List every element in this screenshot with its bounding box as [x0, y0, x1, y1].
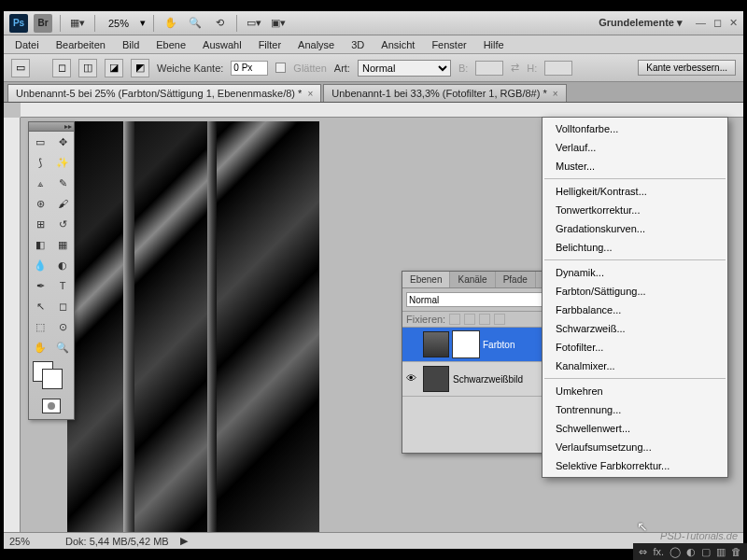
menu-volltonfarbe[interactable]: Volltonfarbe... — [543, 119, 727, 138]
blend-mode-select[interactable] — [406, 292, 546, 307]
screen-mode-icon[interactable]: ▣▾ — [269, 14, 288, 33]
adjustment-icon[interactable]: ◐ — [686, 546, 696, 558]
zoom-dropdown[interactable]: 25% — [103, 16, 134, 31]
menu-kanalmixer[interactable]: Kanalmixer... — [543, 357, 727, 375]
zoom-icon[interactable]: 🔍 — [186, 14, 204, 33]
style-select[interactable]: Normal — [358, 60, 451, 77]
menu-belichtung[interactable]: Belichtung... — [543, 238, 727, 257]
menu-schwellenwert[interactable]: Schwellenwert... — [543, 419, 727, 438]
menu-gradationskurven[interactable]: Gradationskurven... — [543, 219, 727, 238]
menu-tontrennung[interactable]: Tontrennung... — [543, 400, 727, 419]
menu-umkehren[interactable]: Umkehren — [543, 382, 727, 400]
layer-name[interactable]: Farbton — [483, 340, 514, 350]
magic-wand-icon[interactable]: ✨ — [51, 152, 74, 173]
menu-bearbeiten[interactable]: Bearbeiten — [49, 37, 113, 52]
menu-fotofilter[interactable]: Fotofilter... — [543, 338, 727, 357]
stamp-tool-icon[interactable]: ⊞ — [29, 214, 51, 234]
menu-verlaufsumsetzung[interactable]: Verlaufsumsetzung... — [543, 438, 727, 456]
maximize-icon[interactable]: ◻ — [713, 17, 722, 29]
menu-schwarzweiss[interactable]: Schwarzweiß... — [543, 319, 727, 338]
menu-3d[interactable]: 3D — [344, 37, 372, 52]
menu-ebene[interactable]: Ebene — [148, 37, 193, 52]
history-brush-icon[interactable]: ↺ — [51, 214, 74, 234]
tab-doc-2[interactable]: Unbenannt-1 bei 33,3% (Fotofilter 1, RGB… — [323, 84, 566, 102]
shape-tool-icon[interactable]: ◻ — [51, 296, 74, 316]
tab-close-icon[interactable]: × — [553, 89, 558, 99]
menu-dynamik[interactable]: Dynamik... — [543, 263, 727, 282]
marquee-add-icon[interactable]: ◫ — [78, 59, 97, 77]
menu-datei[interactable]: Datei — [7, 37, 47, 52]
lock-all-icon[interactable] — [494, 314, 505, 325]
feather-input[interactable] — [231, 61, 268, 76]
layer-name[interactable]: Schwarzweißbild — [453, 374, 523, 385]
blur-tool-icon[interactable]: 💧 — [29, 255, 51, 275]
menu-selektive-farbkorrektur[interactable]: Selektive Farbkorrektur... — [543, 456, 727, 475]
background-color[interactable] — [42, 369, 63, 389]
layout-icon[interactable]: ▦▾ — [68, 14, 87, 33]
marquee-subtract-icon[interactable]: ◪ — [105, 59, 123, 77]
menu-verlauf[interactable]: Verlauf... — [543, 138, 727, 157]
minimize-icon[interactable]: — — [696, 17, 706, 29]
hand-tool-icon[interactable]: ✋ — [29, 337, 51, 357]
menu-filter[interactable]: Filter — [251, 37, 289, 52]
3d-tool-icon[interactable]: ⬚ — [29, 316, 51, 337]
ruler-horizontal[interactable] — [21, 103, 743, 118]
layer-row[interactable]: 👁 Schwarzweißbild — [402, 362, 550, 397]
ruler-vertical[interactable] — [4, 118, 21, 532]
eraser-tool-icon[interactable]: ◧ — [29, 234, 51, 255]
menu-analyse[interactable]: Analyse — [290, 37, 342, 52]
marquee-new-icon[interactable]: ◻ — [52, 59, 71, 77]
layer-row[interactable]: Farbton — [402, 328, 550, 362]
dodge-tool-icon[interactable]: ◐ — [51, 255, 74, 275]
ps-logo-icon[interactable]: Ps — [9, 14, 28, 33]
tab-pfade[interactable]: Pfade — [496, 272, 536, 287]
link-icon[interactable]: ⇔ — [639, 546, 647, 558]
move-tool-icon[interactable]: ✥ — [51, 132, 74, 152]
type-tool-icon[interactable]: T — [51, 275, 74, 296]
lock-pixels-icon[interactable] — [464, 314, 475, 325]
healing-brush-icon[interactable]: ⊛ — [29, 193, 51, 214]
menu-bild[interactable]: Bild — [115, 37, 147, 52]
menu-fenster[interactable]: Fenster — [424, 37, 473, 52]
status-zoom[interactable]: 25% — [9, 536, 54, 547]
3d-camera-icon[interactable]: ⊙ — [51, 316, 74, 337]
crop-tool-icon[interactable]: ⟁ — [29, 173, 51, 193]
adjustment-thumb-icon[interactable] — [423, 331, 449, 357]
layer-thumb-icon[interactable] — [423, 366, 449, 392]
menu-auswahl[interactable]: Auswahl — [195, 37, 249, 52]
folder-icon[interactable]: ▢ — [701, 546, 711, 558]
lasso-tool-icon[interactable]: ⟆ — [29, 152, 51, 173]
marquee-intersect-icon[interactable]: ◩ — [131, 59, 149, 77]
menu-muster[interactable]: Muster... — [543, 157, 727, 175]
workspace-selector[interactable]: Grundelemente ▾ — [591, 17, 690, 29]
arrange-icon[interactable]: ▭▾ — [245, 14, 263, 33]
color-swatches[interactable] — [29, 357, 74, 393]
status-arrow-icon[interactable]: ▶ — [180, 535, 188, 547]
menu-tonwertkorrektur[interactable]: Tonwertkorrektur... — [543, 201, 727, 219]
zoom-tool-icon[interactable]: 🔍 — [51, 337, 74, 357]
mask-icon[interactable]: ◯ — [669, 546, 681, 558]
fx-icon[interactable]: fx. — [653, 546, 664, 557]
menu-farbbalance[interactable]: Farbbalance... — [543, 301, 727, 319]
lock-transparency-icon[interactable] — [449, 314, 460, 325]
mask-thumb-icon[interactable] — [453, 331, 479, 357]
new-layer-icon[interactable]: ▥ — [716, 546, 726, 558]
visibility-icon[interactable]: 👁 — [406, 372, 419, 385]
tab-kanaele[interactable]: Kanäle — [450, 272, 495, 287]
tab-close-icon[interactable]: × — [307, 89, 313, 99]
rotate-icon[interactable]: ⟲ — [210, 14, 229, 33]
eyedropper-icon[interactable]: ✎ — [51, 173, 74, 193]
toolbox-header[interactable]: ▸▸ — [29, 122, 74, 132]
brush-tool-icon[interactable]: 🖌 — [51, 193, 74, 214]
menu-hilfe[interactable]: Hilfe — [476, 37, 512, 52]
gradient-tool-icon[interactable]: ▦ — [51, 234, 74, 255]
pen-tool-icon[interactable]: ✒ — [29, 275, 51, 296]
lock-position-icon[interactable] — [479, 314, 490, 325]
close-icon[interactable]: ✕ — [729, 17, 738, 29]
hand-icon[interactable]: ✋ — [162, 14, 180, 33]
refine-edge-button[interactable]: Kante verbessern... — [638, 60, 736, 76]
tab-ebenen[interactable]: Ebenen — [402, 272, 450, 287]
quickmask-icon[interactable] — [42, 399, 61, 413]
bridge-icon[interactable]: Br — [34, 14, 52, 33]
path-select-icon[interactable]: ↖ — [29, 296, 51, 316]
